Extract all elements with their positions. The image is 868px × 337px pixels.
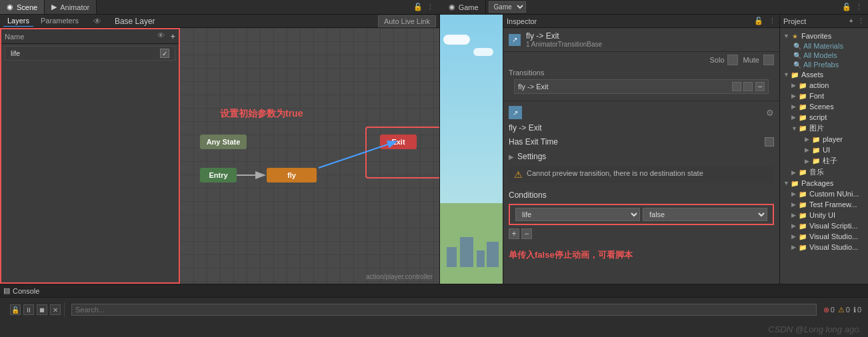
game-panel: [440, 15, 503, 284]
console-pause-btn[interactable]: ⏸: [23, 304, 34, 315]
graph-area[interactable]: 设置初始参数为true Any State Entry fly Exit: [180, 28, 439, 284]
game-lock-icon: 🔓: [842, 3, 851, 11]
node-exit[interactable]: Exit: [380, 135, 417, 149]
tab-animator[interactable]: ▶ Animator: [45, 0, 97, 14]
inspector-title: Inspector: [507, 17, 537, 25]
checkmark-icon: ✓: [162, 50, 167, 57]
packages-folder-icon: 📁: [790, 178, 799, 188]
tab-scene[interactable]: ◉ Scene: [0, 0, 45, 14]
params-header: Name 👁 +: [1, 29, 179, 44]
log-count: 0: [857, 306, 861, 314]
solo-checkbox[interactable]: [727, 55, 738, 65]
animator-body: Name 👁 + life ✓ 设置初始参数为true: [0, 28, 439, 284]
conditions-header-label: Conditions: [503, 188, 779, 202]
condition-param-dropdown[interactable]: life: [515, 208, 640, 221]
grid-background: [180, 28, 439, 284]
tree-player[interactable]: ▶ 📁 player: [801, 134, 868, 145]
animator-eye-icon[interactable]: 👁: [93, 17, 101, 26]
inspector-more-icon[interactable]: ⋮: [769, 17, 776, 25]
warning-message: Cannot preview transition, there is no d…: [527, 169, 769, 177]
transition-mute-box[interactable]: [743, 82, 753, 91]
condition-value-dropdown[interactable]: false: [643, 208, 767, 221]
fav-all-models[interactable]: 🔍 All Models: [788, 51, 868, 60]
console-badges: ⊗ 0 ⚠ 0 ℹ 0: [823, 306, 861, 314]
tree-pillar[interactable]: ▶ 📁 柱子: [801, 155, 868, 167]
inspector-lock-icon[interactable]: 🔓: [754, 17, 763, 25]
project-more-icon[interactable]: ⋮: [857, 17, 865, 25]
transition-item-row[interactable]: fly -> Exit −: [514, 79, 769, 94]
tree-music[interactable]: ▶ 📁 音乐: [788, 167, 868, 178]
auto-live-link-btn[interactable]: Auto Live Link: [378, 15, 436, 27]
param-life-item[interactable]: life ✓: [5, 46, 175, 61]
fav-all-materials[interactable]: 🔍 All Materials: [788, 41, 868, 51]
tab-game[interactable]: ◉ Game: [442, 0, 486, 14]
params-area: Name 👁 + life ✓: [0, 28, 180, 284]
node-fly[interactable]: fly: [267, 168, 317, 182]
animator-header: Layers Parameters 👁 Base Layer Auto Live…: [0, 15, 439, 28]
tree-unity-ui[interactable]: ▶ 📁 Unity UI: [788, 210, 868, 220]
scene-icon: ◉: [7, 3, 13, 11]
font-folder-icon: 📁: [798, 91, 807, 101]
tree-test-framework[interactable]: ▶ 📁 Test Framew...: [788, 199, 868, 210]
condition-add-btn[interactable]: +: [509, 228, 519, 239]
visual-studio-1-icon: 📁: [798, 232, 807, 241]
project-plus-icon[interactable]: +: [849, 17, 853, 25]
console-clear-btn[interactable]: ✕: [50, 304, 61, 315]
eye-icon[interactable]: 👁: [157, 31, 165, 41]
tree-packages[interactable]: ▼ 📁 Packages: [780, 178, 868, 188]
inspector-header-icons: 🔓 ⋮: [754, 17, 776, 25]
console-header: ▤ Console: [0, 284, 868, 298]
node-entry[interactable]: Entry: [200, 168, 237, 182]
tab-layers[interactable]: Layers: [3, 15, 33, 27]
log-icon: ℹ: [853, 306, 856, 314]
console-collapse-btn[interactable]: 🔓: [10, 304, 21, 315]
cloud-2: [473, 48, 493, 56]
tree-images[interactable]: ▼ 📁 图片: [788, 123, 868, 134]
ui-folder-icon: 📁: [811, 145, 821, 155]
console-icon: ▤: [3, 286, 10, 295]
param-life-checkbox[interactable]: ✓: [160, 49, 169, 58]
tree-action[interactable]: ▶ 📁 action: [788, 80, 868, 91]
has-exit-time-checkbox[interactable]: [765, 137, 774, 147]
assets-items: ▶ 📁 action ▶ 📁 Font ▶ 📁 Scenes ▶ 📁: [788, 80, 868, 178]
assets-arrow: ▼: [783, 71, 790, 78]
transition-solo-box[interactable]: [732, 82, 741, 91]
console-search-input[interactable]: [71, 304, 817, 316]
search-materials-icon: 🔍: [793, 43, 801, 50]
annotation-false-stop: 单传入false停止动画，可看脚本: [503, 244, 779, 266]
second-transition-header: ↗ ⚙: [503, 104, 779, 121]
game-dropdown[interactable]: Game: [489, 1, 526, 13]
console-stop-btn[interactable]: ⏹: [37, 304, 47, 315]
section-divider-1: [503, 101, 779, 101]
tree-scenes[interactable]: ▶ 📁 Scenes: [788, 101, 868, 112]
gear-settings-icon[interactable]: ⚙: [766, 108, 774, 118]
tree-visual-studio-1[interactable]: ▶ 📁 Visual Studio...: [788, 231, 868, 242]
add-param-icon[interactable]: +: [170, 31, 175, 41]
test-framework-icon: 📁: [798, 200, 807, 209]
game-viewport[interactable]: [440, 15, 503, 284]
settings-row[interactable]: ▶ Settings: [503, 149, 779, 164]
project-tree: ▼ ★ Favorites 🔍 All Materials 🔍 All Mode…: [780, 28, 868, 284]
tree-visual-studio-2[interactable]: ▶ 📁 Visual Studio...: [788, 242, 868, 252]
fav-all-prefabs[interactable]: 🔍 All Prefabs: [788, 60, 868, 69]
condition-add-remove: + −: [503, 226, 779, 241]
tree-favorites[interactable]: ▼ ★ Favorites: [780, 31, 868, 41]
tree-visual-scripting[interactable]: ▶ 📁 Visual Scripti...: [788, 220, 868, 231]
tree-script[interactable]: ▶ 📁 script: [788, 112, 868, 123]
packages-label: Packages: [801, 179, 833, 187]
warning-count-icon: ⚠: [838, 306, 845, 314]
favorites-folder-icon: ★: [790, 31, 799, 41]
tab-parameters[interactable]: Parameters: [37, 15, 83, 27]
tree-ui[interactable]: ▶ 📁 UI: [801, 145, 868, 155]
mute-checkbox[interactable]: [763, 55, 774, 65]
tree-font[interactable]: ▶ 📁 Font: [788, 91, 868, 101]
condition-remove-btn[interactable]: −: [521, 228, 532, 239]
node-anystate[interactable]: Any State: [200, 135, 247, 149]
transition-remove-btn[interactable]: −: [755, 82, 765, 91]
tree-assets[interactable]: ▼ 📁 Assets: [780, 69, 868, 80]
tree-custom-nuni[interactable]: ▶ 📁 Custom NUni...: [788, 188, 868, 199]
warning-row: ⚠ Cannot preview transition, there is no…: [509, 166, 774, 183]
building-1: [447, 247, 457, 267]
inspector-panel: Inspector 🔓 ⋮ ↗ fly -> Exit 1 AnimatorTr…: [503, 15, 780, 284]
packages-items: ▶ 📁 Custom NUni... ▶ 📁 Test Framew... ▶ …: [788, 188, 868, 252]
